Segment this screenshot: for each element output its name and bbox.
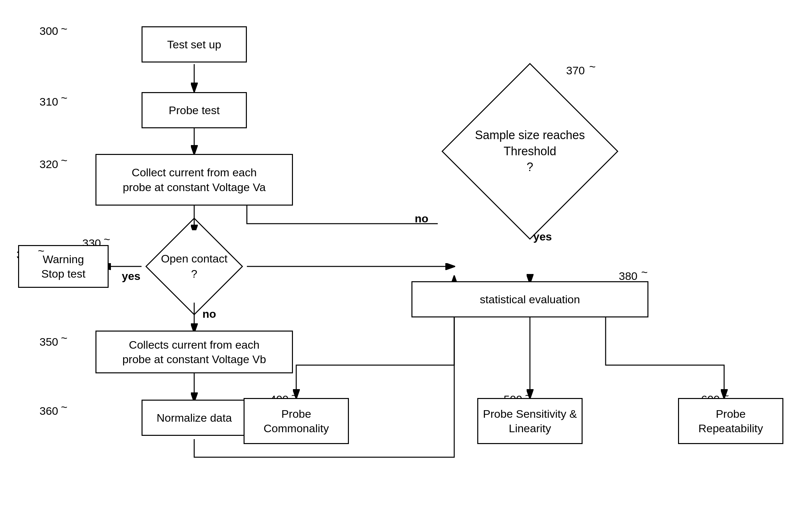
probe-repeatability-node: ProbeRepeatability [678,398,783,444]
ref-370: 370 [566,64,585,77]
sample-size-node: Sample size reachesThreshold? [438,76,622,227]
ref-360: 360 [39,404,58,417]
tilde-500: ~ [525,389,532,402]
yes-label-2: yes [533,230,552,243]
probe-sensitivity-node: Probe Sensitivity &Linearity [477,398,583,444]
tilde-320: ~ [61,154,68,167]
tilde-330: ~ [104,233,110,246]
stat-eval-node: statistical evaluation [411,281,649,318]
tilde-600: ~ [722,389,729,402]
tilde-350: ~ [61,331,68,344]
no-label-2: no [415,212,428,225]
tilde-300: ~ [61,22,68,35]
collect-va-node: Collect current from eachprobe at consta… [95,154,293,205]
probe-test-node: Probe test [142,92,247,128]
ref-300: 300 [39,25,58,37]
normalize-data-node: Normalize data [142,400,247,436]
tilde-370: ~ [589,60,596,73]
warning-stop-node: WarningStop test [18,245,109,288]
tilde-360: ~ [61,401,68,413]
ref-310: 310 [39,95,58,108]
no-label-1: no [202,308,216,320]
tilde-340: ~ [38,245,45,257]
open-contact-node: Open contact? [142,230,247,303]
collect-vb-node: Collects current from eachprobe at const… [95,330,293,373]
tilde-400: ~ [291,389,298,402]
probe-commonality-node: ProbeCommonality [244,398,349,444]
test-setup-node: Test set up [142,26,247,62]
tilde-310: ~ [61,91,68,104]
flowchart-arrows [0,0,812,523]
ref-320: 320 [39,158,58,171]
tilde-380: ~ [641,266,648,278]
ref-380: 380 [619,270,638,283]
ref-350: 350 [39,336,58,348]
yes-label-1: yes [122,270,141,283]
